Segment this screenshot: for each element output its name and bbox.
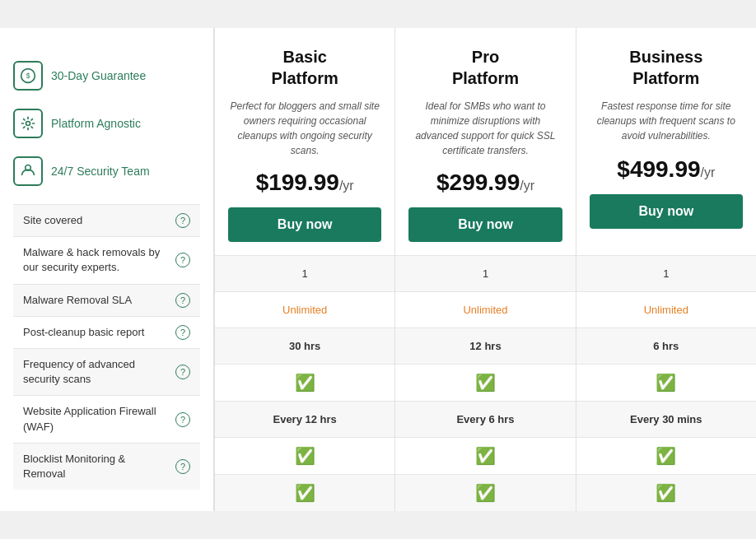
check-icon-basic-3: ✅ xyxy=(295,373,315,393)
plan-cell-pro-4: Every 6 hrs xyxy=(395,401,575,437)
plan-desc-basic: Perfect for bloggers and small site owne… xyxy=(228,99,381,158)
plan-period-pro: /yr xyxy=(520,179,534,193)
team-icon xyxy=(13,156,43,186)
plan-cell-pro-5: ✅ xyxy=(395,437,575,474)
plan-header-business: BusinessPlatform Fastest response time f… xyxy=(576,28,756,255)
sidebar-feature-label-guarantee: 30-Day Guarantee xyxy=(51,69,146,82)
feature-row-label-6: Blocklist Monitoring & Removal xyxy=(23,452,170,481)
plan-header-pro: ProPlatform Ideal for SMBs who want to m… xyxy=(394,28,575,255)
plan-data-col-pro: 1Unlimited12 hrs✅Every 6 hrs✅✅ xyxy=(394,255,575,511)
plan-cell-basic-4: Every 12 hrs xyxy=(215,401,394,437)
plan-desc-pro: Ideal for SMBs who want to minimize disr… xyxy=(408,99,562,158)
sidebar-feature-team: 24/7 Security Team xyxy=(13,156,200,186)
feature-row-label-4: Frequency of advanced security scans xyxy=(23,357,170,387)
check-icon-business-5: ✅ xyxy=(656,446,676,466)
feature-row-label-5: Website Application Firewall (WAF) xyxy=(23,404,170,434)
cell-value-pro-0: 1 xyxy=(483,267,488,280)
plan-name-basic: BasicPlatform xyxy=(228,46,381,89)
check-icon-business-3: ✅ xyxy=(656,373,676,393)
check-icon-business-6: ✅ xyxy=(656,483,676,503)
plans-data: 1Unlimited30 hrs✅Every 12 hrs✅✅1Unlimite… xyxy=(214,255,756,511)
feature-row-3: Post-cleanup basic report ? xyxy=(13,316,200,348)
plan-desc-business: Fastest response time for site cleanups … xyxy=(590,99,743,145)
buy-button-pro[interactable]: Buy now xyxy=(408,207,562,242)
plan-price-pro: $299.99/yr xyxy=(408,170,562,196)
check-icon-pro-5: ✅ xyxy=(475,446,496,466)
question-icon-3[interactable]: ? xyxy=(175,325,190,340)
plan-name-business: BusinessPlatform xyxy=(590,46,743,89)
plan-price-basic: $199.99/yr xyxy=(228,170,381,196)
sidebar: $ 30-Day Guarantee Platform Agnostic 24/… xyxy=(0,28,214,511)
feature-row-2: Malware Removal SLA ? xyxy=(13,284,200,316)
plan-cell-business-0: 1 xyxy=(576,255,756,291)
sidebar-feature-label-agnostic: Platform Agnostic xyxy=(51,117,141,130)
cell-value-pro-1: Unlimited xyxy=(463,304,507,316)
sidebar-features: $ 30-Day Guarantee Platform Agnostic 24/… xyxy=(13,61,200,186)
cell-value-business-2: 6 hrs xyxy=(653,340,679,352)
sidebar-feature-guarantee: $ 30-Day Guarantee xyxy=(13,61,200,91)
check-icon-pro-6: ✅ xyxy=(475,483,496,503)
question-icon-2[interactable]: ? xyxy=(175,293,190,308)
check-icon-pro-3: ✅ xyxy=(475,373,496,393)
plan-name-pro: ProPlatform xyxy=(408,46,562,89)
sidebar-feature-label-team: 24/7 Security Team xyxy=(51,165,150,178)
svg-point-2 xyxy=(26,122,30,126)
pricing-container: $ 30-Day Guarantee Platform Agnostic 24/… xyxy=(0,28,756,511)
cell-value-basic-4: Every 12 hrs xyxy=(273,413,336,425)
plan-cell-basic-2: 30 hrs xyxy=(215,328,394,364)
feature-row-1: Malware & hack removals by our security … xyxy=(13,236,200,283)
plan-cell-basic-3: ✅ xyxy=(215,364,394,401)
buy-button-business[interactable]: Buy now xyxy=(590,194,743,229)
feature-row-0: Site covered ? xyxy=(13,204,200,236)
plan-data-col-business: 1Unlimited6 hrs✅Every 30 mins✅✅ xyxy=(576,255,756,511)
cell-value-basic-2: 30 hrs xyxy=(289,340,320,352)
plan-data-col-basic: 1Unlimited30 hrs✅Every 12 hrs✅✅ xyxy=(214,255,394,511)
plan-cell-basic-0: 1 xyxy=(215,255,394,291)
feature-row-label-3: Post-cleanup basic report xyxy=(23,325,170,340)
plans-area: BasicPlatform Perfect for bloggers and s… xyxy=(214,28,756,511)
cell-value-basic-1: Unlimited xyxy=(282,304,327,316)
plan-cell-pro-0: 1 xyxy=(395,255,575,291)
svg-text:$: $ xyxy=(26,72,30,80)
feature-row-6: Blocklist Monitoring & Removal ? xyxy=(13,443,200,490)
check-icon-basic-6: ✅ xyxy=(295,483,315,503)
question-icon-6[interactable]: ? xyxy=(175,459,190,474)
plan-cell-pro-6: ✅ xyxy=(395,474,575,511)
plan-cell-business-4: Every 30 mins xyxy=(576,401,756,437)
cell-value-basic-0: 1 xyxy=(302,267,308,280)
agnostic-icon xyxy=(13,109,43,138)
plan-cell-basic-6: ✅ xyxy=(215,474,394,511)
plan-header-basic: BasicPlatform Perfect for bloggers and s… xyxy=(214,28,394,255)
feature-row-label-2: Malware Removal SLA xyxy=(23,293,170,308)
feature-row-4: Frequency of advanced security scans ? xyxy=(13,348,200,395)
plan-cell-business-3: ✅ xyxy=(576,364,756,401)
plan-period-business: /yr xyxy=(701,165,716,179)
feature-rows: Site covered ? Malware & hack removals b… xyxy=(13,204,200,490)
check-icon-basic-5: ✅ xyxy=(295,446,315,466)
plan-cell-pro-3: ✅ xyxy=(395,364,575,401)
plan-cell-business-2: 6 hrs xyxy=(576,328,756,364)
question-icon-5[interactable]: ? xyxy=(175,412,190,427)
plan-cell-basic-1: Unlimited xyxy=(215,291,394,328)
cell-value-business-1: Unlimited xyxy=(644,304,688,316)
plan-cell-basic-5: ✅ xyxy=(215,437,394,474)
question-icon-1[interactable]: ? xyxy=(175,253,190,267)
feature-row-5: Website Application Firewall (WAF) ? xyxy=(13,395,200,442)
buy-button-basic[interactable]: Buy now xyxy=(228,207,381,242)
plan-cell-business-6: ✅ xyxy=(576,474,756,511)
plan-price-business: $499.99/yr xyxy=(590,156,743,183)
plan-cell-pro-2: 12 hrs xyxy=(395,328,575,364)
feature-row-label-1: Malware & hack removals by our security … xyxy=(23,245,170,275)
question-icon-4[interactable]: ? xyxy=(175,365,190,379)
sidebar-feature-agnostic: Platform Agnostic xyxy=(13,109,200,138)
question-icon-0[interactable]: ? xyxy=(175,213,190,228)
plan-cell-business-5: ✅ xyxy=(576,437,756,474)
plan-cell-pro-1: Unlimited xyxy=(395,291,575,328)
cell-value-pro-4: Every 6 hrs xyxy=(456,413,514,425)
plan-cell-business-1: Unlimited xyxy=(576,291,756,328)
plans-header: BasicPlatform Perfect for bloggers and s… xyxy=(214,28,756,255)
cell-value-pro-2: 12 hrs xyxy=(469,340,501,352)
feature-row-label-0: Site covered xyxy=(23,213,170,228)
cell-value-business-4: Every 30 mins xyxy=(630,413,702,425)
plan-period-basic: /yr xyxy=(339,179,354,193)
